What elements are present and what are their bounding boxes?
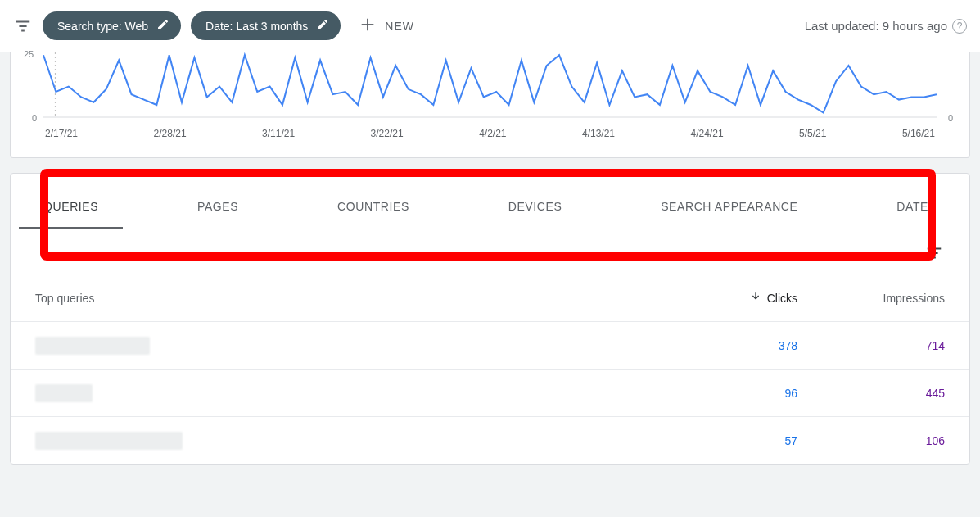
clicks-cell: 378 bbox=[650, 339, 797, 352]
filter-bar: Search type: Web Date: Last 3 months NEW… bbox=[0, 0, 980, 52]
query-cell-redacted bbox=[35, 337, 150, 355]
query-cell-redacted bbox=[35, 432, 183, 450]
last-updated-text: Last updated: 9 hours ago bbox=[805, 19, 947, 33]
chart-area: 25 0 0 2/17/21 2/28/21 3/11/21 3/22/21 4… bbox=[11, 52, 969, 151]
tab-pages[interactable]: PAGES bbox=[197, 177, 238, 236]
table-row[interactable]: 57 106 bbox=[11, 416, 969, 464]
line-chart bbox=[43, 52, 937, 118]
table-row[interactable]: 378 714 bbox=[11, 321, 969, 369]
query-cell-redacted bbox=[35, 384, 93, 402]
y-tick: 0 bbox=[32, 113, 37, 123]
y-tick: 0 bbox=[948, 113, 953, 123]
plus-icon bbox=[359, 16, 377, 36]
pencil-icon bbox=[156, 18, 169, 34]
table-header: Top queries Clicks Impressions bbox=[11, 274, 969, 321]
tab-dates[interactable]: DATES bbox=[896, 177, 937, 236]
clicks-cell: 96 bbox=[650, 387, 797, 400]
search-type-chip[interactable]: Search type: Web bbox=[43, 11, 181, 40]
column-header-clicks[interactable]: Clicks bbox=[650, 290, 797, 306]
column-header-label: Clicks bbox=[767, 292, 797, 305]
x-tick: 3/22/21 bbox=[371, 128, 404, 139]
pencil-icon bbox=[316, 18, 329, 34]
tab-label: QUERIES bbox=[43, 200, 98, 213]
new-filter-button[interactable]: NEW bbox=[350, 9, 422, 43]
x-tick: 5/5/21 bbox=[799, 128, 826, 139]
table-filter-icon[interactable] bbox=[925, 244, 945, 264]
date-range-label: Date: Last 3 months bbox=[205, 20, 308, 33]
x-tick: 2/17/21 bbox=[45, 128, 78, 139]
new-filter-label: NEW bbox=[385, 20, 414, 33]
x-tick: 3/11/21 bbox=[262, 128, 295, 139]
tab-queries[interactable]: QUERIES bbox=[43, 177, 98, 236]
clicks-cell: 57 bbox=[650, 434, 797, 447]
impressions-cell: 714 bbox=[797, 339, 945, 352]
tab-label: PAGES bbox=[197, 200, 238, 213]
search-type-label: Search type: Web bbox=[57, 20, 148, 33]
impressions-cell: 106 bbox=[797, 434, 945, 447]
column-header-impressions[interactable]: Impressions bbox=[797, 292, 945, 305]
table-row[interactable]: 96 445 bbox=[11, 369, 969, 416]
table-tabs: QUERIES PAGES COUNTRIES DEVICES SEARCH A… bbox=[11, 174, 969, 239]
chart-card: 25 0 0 2/17/21 2/28/21 3/11/21 3/22/21 4… bbox=[10, 52, 970, 158]
sort-descending-icon bbox=[749, 290, 762, 306]
tab-label: COUNTRIES bbox=[337, 200, 409, 213]
x-tick: 2/28/21 bbox=[154, 128, 187, 139]
x-tick: 4/13/21 bbox=[582, 128, 615, 139]
tab-devices[interactable]: DEVICES bbox=[508, 177, 562, 236]
date-range-chip[interactable]: Date: Last 3 months bbox=[191, 11, 341, 40]
tab-countries[interactable]: COUNTRIES bbox=[337, 177, 409, 236]
last-updated: Last updated: 9 hours ago ? bbox=[805, 19, 967, 34]
help-icon[interactable]: ? bbox=[952, 19, 967, 34]
x-axis: 2/17/21 2/28/21 3/11/21 3/22/21 4/2/21 4… bbox=[43, 118, 937, 139]
x-tick: 4/2/21 bbox=[479, 128, 506, 139]
x-tick: 4/24/21 bbox=[691, 128, 724, 139]
table-card: QUERIES PAGES COUNTRIES DEVICES SEARCH A… bbox=[10, 173, 970, 465]
column-header-query: Top queries bbox=[35, 292, 650, 305]
filter-icon[interactable] bbox=[13, 16, 33, 36]
tab-search-appearance[interactable]: SEARCH APPEARANCE bbox=[661, 177, 797, 236]
x-tick: 5/16/21 bbox=[902, 128, 935, 139]
tab-label: DATES bbox=[896, 200, 937, 213]
impressions-cell: 445 bbox=[797, 387, 945, 400]
tab-label: SEARCH APPEARANCE bbox=[661, 200, 797, 213]
tab-label: DEVICES bbox=[508, 200, 562, 213]
